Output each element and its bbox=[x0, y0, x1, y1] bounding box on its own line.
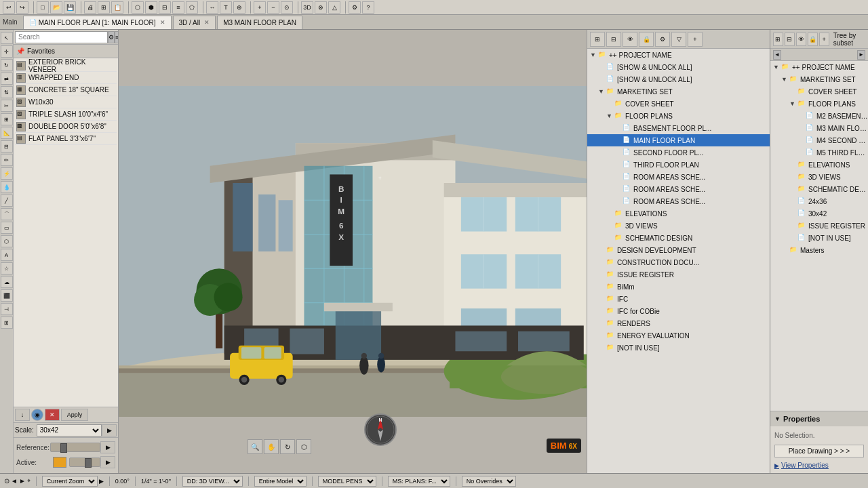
zoom-circle-btn[interactable]: 🔍 bbox=[248, 439, 262, 454]
dimension-place-tool[interactable]: ⊣ bbox=[1, 303, 13, 315]
tree-item-fr-m4-second[interactable]: 📄M4 SECOND FLOOR ... bbox=[770, 134, 868, 146]
zoom-in-button[interactable]: + bbox=[254, 1, 266, 14]
section-button[interactable]: ⊗ bbox=[315, 1, 327, 14]
fill-tool[interactable]: ⊕ bbox=[233, 1, 245, 14]
open-button[interactable]: 📂 bbox=[50, 1, 62, 14]
search-list-button[interactable]: ≡ bbox=[115, 31, 118, 43]
rt-collapse-btn[interactable]: ⊟ bbox=[606, 32, 621, 47]
dimension-tool[interactable]: ↔ bbox=[206, 1, 218, 14]
tree-expand-icon[interactable]: ▼ bbox=[606, 113, 614, 119]
tree-item-floor-plans[interactable]: ▼📁FLOOR PLANS bbox=[587, 110, 770, 122]
wall-tool[interactable]: ⬡ bbox=[132, 1, 144, 14]
tree-item-energy-eval[interactable]: 📁ENERGY EVALUATION bbox=[587, 329, 770, 342]
view-properties-button[interactable]: ▶ View Properties bbox=[774, 460, 864, 470]
redo-button[interactable]: ↪ bbox=[16, 1, 28, 14]
left-x-btn[interactable]: ✕ bbox=[45, 409, 60, 421]
tree-item-fr-not-in-use[interactable]: 📄[NOT IN USE] bbox=[770, 232, 868, 244]
rect-tool[interactable]: ▭ bbox=[1, 222, 13, 234]
list-item[interactable]: ▩ DOUBLE DOOR 5'0"x6'8" bbox=[15, 121, 117, 133]
tree-item-fr-m2-basement[interactable]: 📄M2 BASEMENT FLO... bbox=[770, 110, 868, 122]
scale-arrow-btn[interactable]: ▶ bbox=[102, 424, 117, 436]
current-zoom-select[interactable]: Current Zoom bbox=[42, 476, 98, 487]
tree-item-cover-sheet[interactable]: 📁COVER SHEET bbox=[587, 98, 770, 110]
tree-item-room-areas-1[interactable]: 📄ROOM AREAS SCHE... bbox=[587, 171, 770, 183]
reference-thumb[interactable] bbox=[60, 443, 67, 453]
ref-right-btn[interactable]: ▶ bbox=[100, 441, 115, 453]
zoom-out-button[interactable]: − bbox=[267, 1, 279, 14]
tree-item-third-fp[interactable]: 📄THIRD FLOOR PLAN bbox=[587, 159, 770, 171]
scroll-left-btn[interactable]: ◄ bbox=[773, 50, 781, 60]
tree-item-fr-elevations[interactable]: 📁ELEVATIONS bbox=[770, 159, 868, 171]
magic-wand-tool[interactable]: ⚡ bbox=[1, 167, 13, 180]
tree-item-fr-schematic[interactable]: 📁SCHEMATIC DESIGN bbox=[770, 183, 868, 195]
tree-expand-icon[interactable]: ▼ bbox=[773, 64, 781, 70]
ms-plans-select[interactable]: MS: PLANS: F... bbox=[388, 476, 450, 487]
scale-select[interactable]: 30x42 bbox=[37, 424, 102, 436]
active-color-swatch[interactable] bbox=[53, 457, 66, 468]
tree-item-basement-fp[interactable]: 📄BASEMENT FLOOR PL... bbox=[587, 122, 770, 134]
rt-settings-btn[interactable]: ⚙ bbox=[655, 32, 670, 47]
undo-button[interactable]: ↩ bbox=[3, 1, 15, 14]
mouse-icon[interactable]: ⌖ bbox=[27, 477, 31, 485]
paste-button[interactable]: 📋 bbox=[111, 1, 123, 14]
tree-item-fr-issue-reg[interactable]: 📁ISSUE REGISTER bbox=[770, 220, 868, 232]
no-overrides-select[interactable]: No Overrides bbox=[462, 476, 516, 487]
settings-button[interactable]: ⚙ bbox=[349, 1, 361, 14]
left-down-btn[interactable]: ↓ bbox=[15, 409, 30, 421]
tree-item-renders[interactable]: 📁RENDERS bbox=[587, 317, 770, 329]
poly-tool[interactable]: ⬡ bbox=[1, 235, 13, 247]
tree-item-fr-m5-third[interactable]: 📄M5 THIRD FLOOR PL... bbox=[770, 146, 868, 159]
list-item[interactable]: ▧ W10x30 bbox=[15, 96, 117, 108]
trim-tool[interactable]: ✂ bbox=[1, 100, 13, 112]
search-gear-button[interactable]: ⚙ bbox=[108, 31, 115, 43]
stair-tool[interactable]: ≡ bbox=[172, 1, 184, 14]
tree-item-design-dev[interactable]: 📁DESIGN DEVELOPMENT bbox=[587, 244, 770, 256]
help-button[interactable]: ? bbox=[362, 1, 374, 14]
tree-item-second-fp[interactable]: 📄SECOND FLOOR PL... bbox=[587, 146, 770, 159]
rotate-tool[interactable]: ↻ bbox=[1, 59, 13, 71]
frt-lock-btn[interactable]: 🔒 bbox=[808, 33, 818, 46]
rt-view-btn[interactable]: 👁 bbox=[623, 32, 637, 47]
list-item[interactable]: ▤ FLAT PANEL 3'3"x6'7" bbox=[15, 133, 117, 145]
tree-item-marketing-set[interactable]: ▼📁MARKETING SET bbox=[587, 85, 770, 98]
tab-main-floor[interactable]: 📄 MAIN FLOOR PLAN [1: MAIN FLOOR] ✕ bbox=[23, 16, 172, 29]
active-slider[interactable] bbox=[69, 458, 100, 467]
text-place-tool[interactable]: A bbox=[1, 249, 13, 261]
elevation-button[interactable]: △ bbox=[328, 1, 340, 14]
tab-main-floor-close[interactable]: ✕ bbox=[160, 19, 165, 26]
frt-expand-btn[interactable]: ⊞ bbox=[773, 33, 783, 46]
active-thumb[interactable] bbox=[85, 458, 92, 468]
tab-3d-all[interactable]: 3D / All ✕ bbox=[173, 16, 216, 29]
rt-lock-btn[interactable]: 🔒 bbox=[639, 32, 654, 47]
frt-new-btn[interactable]: + bbox=[819, 33, 829, 46]
tab-m3-main[interactable]: M3 MAIN FLOOR PLAN bbox=[217, 16, 302, 29]
rt-filter-btn[interactable]: ▽ bbox=[671, 32, 686, 47]
column-tool[interactable]: ⬠ bbox=[186, 1, 198, 14]
tree-expand-icon[interactable]: ▼ bbox=[781, 76, 789, 83]
place-drawing-button[interactable]: Place Drawing > > > bbox=[774, 445, 864, 458]
pan-btn[interactable]: ✋ bbox=[264, 439, 279, 454]
left-circle-btn[interactable]: ◉ bbox=[31, 409, 43, 421]
apply-button[interactable]: Apply bbox=[61, 409, 88, 421]
tree-item-3d-views[interactable]: 📁3D VIEWS bbox=[587, 220, 770, 232]
move-tool[interactable]: ✛ bbox=[1, 45, 13, 58]
edit-tool[interactable]: ✏ bbox=[1, 154, 13, 166]
tree-item-fr-30x42[interactable]: 📄30x42 bbox=[770, 207, 868, 220]
tree-item-ifc-cobie[interactable]: 📁IFC for COBie bbox=[587, 305, 770, 317]
zoom-fit-btn[interactable]: ⊙ bbox=[4, 477, 9, 485]
new-button[interactable]: □ bbox=[37, 1, 49, 14]
arc-tool[interactable]: ⌒ bbox=[1, 208, 13, 220]
search-input[interactable] bbox=[15, 31, 108, 43]
properties-title[interactable]: ▼ Properties bbox=[770, 411, 868, 426]
next-btn[interactable]: ► bbox=[19, 477, 26, 485]
tree-item-room-areas-2[interactable]: 📄ROOM AREAS SCHE... bbox=[587, 183, 770, 195]
tree-item-bimm[interactable]: 📁BiMm bbox=[587, 281, 770, 293]
model-pens-select[interactable]: MODEL PENS bbox=[318, 476, 376, 487]
group-tool[interactable]: ⊞ bbox=[1, 113, 13, 125]
tree-expand-icon[interactable]: ▼ bbox=[598, 88, 606, 95]
prev-btn[interactable]: ◄ bbox=[11, 477, 18, 485]
tree-item-elevations[interactable]: 📁ELEVATIONS bbox=[587, 207, 770, 220]
tree-item-ifc[interactable]: 📁IFC bbox=[587, 293, 770, 305]
active-right-btn[interactable]: ▶ bbox=[100, 456, 115, 468]
tree-item-main-fp[interactable]: 📄MAIN FLOOR PLAN bbox=[587, 134, 770, 146]
